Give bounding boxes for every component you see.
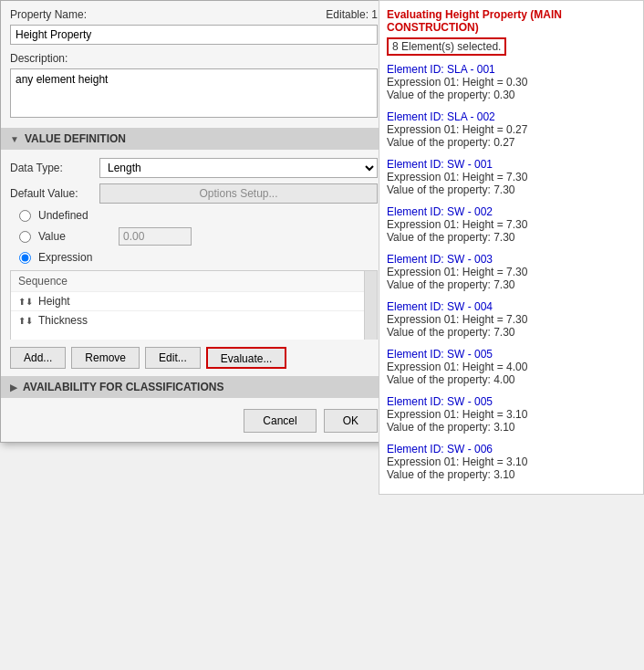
element-block-1: Element ID: SLA - 002Expression 01: Heig…: [387, 110, 636, 149]
element-expression-1: Expression 01: Height = 0.27: [387, 123, 636, 136]
data-type-select[interactable]: Length: [99, 158, 378, 178]
radio-expression-label: Expression: [38, 251, 111, 264]
editable-badge: Editable: 1: [326, 8, 378, 21]
element-id-7: Element ID: SW - 005: [387, 395, 636, 408]
element-block-7: Element ID: SW - 005Expression 01: Heigh…: [387, 395, 636, 434]
property-name-input[interactable]: [10, 25, 378, 45]
radio-value[interactable]: [19, 231, 31, 243]
element-id-8: Element ID: SW - 006: [387, 443, 636, 455]
element-expression-5: Expression 01: Height = 7.30: [387, 313, 636, 326]
data-type-row: Data Type: Length: [1, 155, 387, 181]
element-block-0: Element ID: SLA - 001Expression 01: Heig…: [387, 63, 636, 101]
element-expression-4: Expression 01: Height = 7.30: [387, 266, 636, 278]
options-setup-button[interactable]: Options Setup...: [99, 183, 378, 204]
data-type-label: Data Type:: [10, 162, 92, 174]
selected-count-badge: 8 Element(s) selected.: [387, 37, 506, 56]
seq-item-height-label: Height: [38, 295, 70, 308]
description-textarea[interactable]: any element height: [10, 68, 378, 118]
edit-button[interactable]: Edit...: [145, 347, 201, 369]
sort-arrows-icon-2: ⬆⬇: [18, 316, 33, 326]
sequence-container: Sequence ⬆⬇ Height ⬆⬇ Thickness: [1, 267, 387, 340]
element-id-5: Element ID: SW - 004: [387, 300, 636, 313]
results-title: Evaluating Height Property (MAIN CONSTRU…: [387, 8, 636, 34]
radio-value-row: Value: [1, 225, 387, 248]
cancel-button[interactable]: Cancel: [244, 409, 316, 433]
elements-list: Element ID: SLA - 001Expression 01: Heig…: [387, 63, 636, 481]
radio-undefined-label: Undefined: [38, 209, 111, 222]
element-id-3: Element ID: SW - 002: [387, 205, 636, 218]
collapse-triangle-icon: ▼: [10, 134, 19, 144]
dialog-footer: Cancel OK: [1, 398, 387, 442]
sequence-label: Sequence: [11, 271, 377, 291]
default-value-label: Default Value:: [10, 187, 92, 200]
availability-triangle-icon: ▶: [10, 382, 17, 393]
element-value-2: Value of the property: 7.30: [387, 183, 636, 196]
element-value-5: Value of the property: 7.30: [387, 326, 636, 339]
element-expression-3: Expression 01: Height = 7.30: [387, 218, 636, 231]
element-expression-0: Expression 01: Height = 0.30: [387, 76, 636, 89]
element-value-8: Value of the property: 3.10: [387, 468, 636, 481]
ok-button[interactable]: OK: [324, 409, 378, 433]
element-value-3: Value of the property: 7.30: [387, 231, 636, 244]
element-expression-6: Expression 01: Height = 4.00: [387, 361, 636, 373]
property-name-row: Property Name: Editable: 1: [1, 1, 387, 23]
element-value-1: Value of the property: 0.27: [387, 136, 636, 149]
availability-label: AVAILABILITY FOR CLASSIFICATIONS: [23, 381, 223, 393]
element-block-6: Element ID: SW - 005Expression 01: Heigh…: [387, 348, 636, 386]
element-id-4: Element ID: SW - 003: [387, 253, 636, 266]
element-value-6: Value of the property: 4.00: [387, 373, 636, 386]
element-block-2: Element ID: SW - 001Expression 01: Heigh…: [387, 158, 636, 196]
radio-undefined-row: Undefined: [1, 206, 387, 225]
radio-undefined[interactable]: [19, 210, 31, 222]
element-block-4: Element ID: SW - 003Expression 01: Heigh…: [387, 253, 636, 291]
element-id-0: Element ID: SLA - 001: [387, 63, 636, 76]
seq-item-thickness-label: Thickness: [38, 314, 88, 327]
element-id-6: Element ID: SW - 005: [387, 348, 636, 361]
element-expression-2: Expression 01: Height = 7.30: [387, 171, 636, 183]
evaluation-results-panel: Evaluating Height Property (MAIN CONSTRU…: [379, 0, 644, 495]
value-input[interactable]: [119, 227, 192, 246]
element-id-2: Element ID: SW - 001: [387, 158, 636, 171]
property-dialog: Property Name: Editable: 1 Description: …: [0, 0, 388, 443]
value-definition-header: ▼ VALUE DEFINITION: [1, 128, 387, 150]
element-id-1: Element ID: SLA - 002: [387, 110, 636, 123]
element-expression-8: Expression 01: Height = 3.10: [387, 455, 636, 468]
element-block-8: Element ID: SW - 006Expression 01: Heigh…: [387, 443, 636, 481]
availability-header: ▶ AVAILABILITY FOR CLASSIFICATIONS: [1, 376, 387, 398]
element-block-5: Element ID: SW - 004Expression 01: Heigh…: [387, 300, 636, 339]
action-buttons-row: Add... Remove Edit... Evaluate...: [1, 340, 387, 376]
sequence-scrollbar[interactable]: [364, 271, 377, 340]
radio-expression-row: Expression: [1, 248, 387, 267]
property-name-label: Property Name:: [10, 8, 87, 21]
element-value-4: Value of the property: 7.30: [387, 278, 636, 291]
sort-arrows-icon: ⬆⬇: [18, 297, 33, 307]
value-definition-label: VALUE DEFINITION: [25, 132, 126, 145]
radio-value-label: Value: [38, 230, 111, 243]
sequence-item-height[interactable]: ⬆⬇ Height: [11, 291, 377, 310]
add-button[interactable]: Add...: [10, 347, 66, 369]
evaluate-button[interactable]: Evaluate...: [206, 347, 287, 369]
sequence-item-thickness[interactable]: ⬆⬇ Thickness: [11, 310, 377, 330]
element-value-0: Value of the property: 0.30: [387, 89, 636, 101]
element-expression-7: Expression 01: Height = 3.10: [387, 408, 636, 421]
description-label: Description:: [1, 50, 387, 67]
radio-expression[interactable]: [19, 252, 31, 264]
remove-button[interactable]: Remove: [71, 347, 140, 369]
default-value-row: Default Value: Options Setup...: [1, 181, 387, 206]
element-value-7: Value of the property: 3.10: [387, 421, 636, 434]
element-block-3: Element ID: SW - 002Expression 01: Heigh…: [387, 205, 636, 244]
